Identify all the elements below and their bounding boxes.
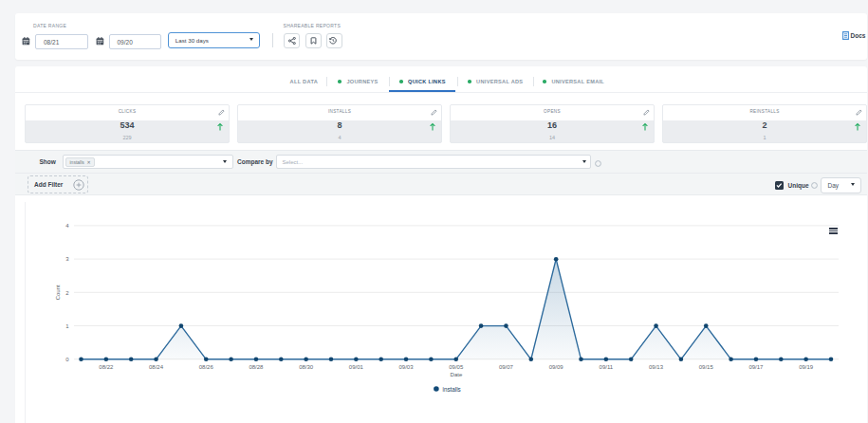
svg-text:Count: Count [55, 285, 61, 300]
svg-text:08/26: 08/26 [199, 364, 214, 370]
svg-text:08/22: 08/22 [99, 364, 114, 370]
svg-text:08/28: 08/28 [249, 364, 264, 370]
svg-text:0: 0 [65, 357, 69, 362]
svg-text:09/13: 09/13 [649, 364, 664, 370]
svg-text:09/09: 09/09 [549, 364, 564, 370]
svg-text:09/15: 09/15 [699, 364, 714, 370]
svg-text:3: 3 [65, 256, 69, 262]
svg-text:Date: Date [451, 372, 463, 377]
svg-text:4: 4 [65, 223, 69, 229]
svg-text:09/11: 09/11 [600, 364, 614, 370]
svg-text:09/05: 09/05 [449, 364, 464, 370]
svg-text:08/30: 08/30 [299, 364, 314, 370]
svg-text:09/01: 09/01 [349, 364, 364, 370]
svg-text:09/17: 09/17 [748, 364, 764, 370]
svg-text:09/07: 09/07 [499, 364, 514, 370]
svg-text:09/19: 09/19 [799, 364, 814, 370]
svg-text:09/03: 09/03 [399, 364, 415, 370]
svg-text:1: 1 [65, 323, 69, 329]
svg-text:08/24: 08/24 [149, 364, 164, 370]
svg-text:installs: installs [443, 386, 461, 393]
svg-text:2: 2 [65, 290, 69, 296]
